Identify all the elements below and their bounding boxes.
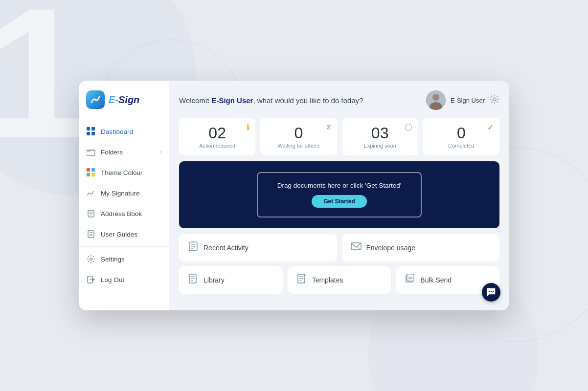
main-content: Welcome E-Sign User, what would you like… <box>169 81 509 310</box>
sidebar-item-address-book[interactable]: Address Book <box>79 203 169 224</box>
logo-icon <box>86 90 105 109</box>
sidebar-item-label-theme-colour: Theme Colour <box>101 169 143 176</box>
sidebar-item-folders[interactable]: Folders › <box>79 142 169 162</box>
sidebar-item-label-log-out: Log Out <box>101 276 124 283</box>
svg-point-9 <box>91 235 92 236</box>
header: Welcome E-Sign User, what would you like… <box>179 90 499 110</box>
svg-point-40 <box>491 291 492 292</box>
envelope-usage-label: Envelope usage <box>366 244 415 252</box>
bottom-row-2: Library Templates <box>179 266 499 294</box>
library-card[interactable]: Library <box>179 266 283 294</box>
bg-number: 1 <box>0 0 89 166</box>
header-settings-icon[interactable] <box>490 94 499 107</box>
stat-number-action-required: 02 <box>208 125 226 142</box>
envelope-usage-icon <box>351 241 362 255</box>
stat-label-expiring: Expiring soon <box>363 143 396 149</box>
stat-card-action-required[interactable]: ℹ 02 Action required <box>179 118 255 155</box>
welcome-text: Welcome E-Sign User, what would you like… <box>179 96 363 105</box>
sidebar-item-log-out[interactable]: Log Out <box>79 269 169 290</box>
user-name-label: E-Sign User <box>451 97 485 104</box>
sidebar-item-user-guides[interactable]: User Guides <box>79 224 169 244</box>
stat-badge-action-required: ℹ <box>247 123 249 132</box>
nav-divider <box>79 246 169 247</box>
logo-text: E-Sign <box>109 94 139 106</box>
sidebar-item-label-user-guides: User Guides <box>101 231 137 238</box>
library-icon <box>188 273 199 287</box>
stat-card-completed[interactable]: ✓ 0 Completed <box>423 118 499 155</box>
stat-label-waiting: Waiting for others <box>277 143 319 149</box>
svg-point-15 <box>433 94 439 100</box>
stat-card-expiring[interactable]: ◯ 03 Expiring soon <box>342 118 418 155</box>
recent-activity-label: Recent Activity <box>204 244 249 252</box>
dashboard-icon <box>86 127 96 136</box>
sidebar-item-my-signature[interactable]: My Signature <box>79 183 169 203</box>
templates-card[interactable]: Templates <box>288 266 391 294</box>
sidebar-item-label-my-signature: My Signature <box>101 190 140 197</box>
bulk-send-label: Bulk Send <box>420 276 452 284</box>
svg-line-24 <box>358 247 360 249</box>
stat-number-completed: 0 <box>457 125 466 142</box>
templates-icon <box>296 273 307 287</box>
settings-icon <box>86 254 96 264</box>
stat-label-completed: Completed <box>448 143 474 149</box>
stat-badge-waiting: ⧖ <box>326 123 331 131</box>
avatar <box>426 90 446 110</box>
welcome-user: E-Sign User <box>211 96 253 105</box>
svg-point-10 <box>90 258 92 261</box>
recent-activity-icon <box>188 241 199 255</box>
user-guides-icon <box>86 229 96 239</box>
address-book-icon <box>86 209 96 218</box>
stat-number-expiring: 03 <box>371 125 389 142</box>
svg-point-16 <box>430 102 442 110</box>
stat-number-waiting: 0 <box>294 125 303 142</box>
folders-chevron-icon: › <box>160 149 162 155</box>
sidebar-logo: E-Sign <box>79 90 169 121</box>
bulk-send-icon <box>405 273 415 287</box>
upload-text: Drag documents here or click 'Get Starte… <box>277 182 402 189</box>
welcome-suffix: , what would you like to do today? <box>253 96 363 105</box>
user-info: E-Sign User <box>426 90 499 110</box>
bottom-section: Recent Activity Envelope usage <box>179 234 499 294</box>
welcome-prefix: Welcome <box>179 96 211 105</box>
sidebar-item-label-address-book: Address Book <box>101 210 142 217</box>
svg-point-41 <box>493 291 494 292</box>
stats-row: ℹ 02 Action required ⧖ 0 Waiting for oth… <box>179 118 499 155</box>
sidebar: E-Sign Dashboard <box>79 81 169 310</box>
log-out-icon <box>86 275 96 284</box>
sidebar-item-theme-colour[interactable]: Theme Colour <box>79 162 169 183</box>
envelope-usage-card[interactable]: Envelope usage <box>342 234 500 261</box>
stat-badge-completed: ✓ <box>487 123 494 132</box>
stat-badge-expiring: ◯ <box>405 123 412 130</box>
templates-label: Templates <box>312 276 343 284</box>
upload-inner: Drag documents here or click 'Get Starte… <box>257 172 422 217</box>
bottom-row-1: Recent Activity Envelope usage <box>179 234 499 261</box>
svg-point-39 <box>489 291 490 292</box>
library-label: Library <box>204 276 225 284</box>
upload-area: Drag documents here or click 'Get Starte… <box>179 161 499 228</box>
sidebar-item-settings[interactable]: Settings <box>79 249 169 269</box>
stat-label-action-required: Action required <box>199 143 235 149</box>
folders-icon <box>86 147 96 157</box>
theme-colour-icon <box>86 168 96 177</box>
my-signature-icon <box>86 188 96 198</box>
stat-card-waiting[interactable]: ⧖ 0 Waiting for others <box>260 118 337 155</box>
nav-items: Dashboard Folders › <box>79 121 169 305</box>
sidebar-item-dashboard[interactable]: Dashboard <box>79 121 169 142</box>
svg-line-23 <box>353 247 355 249</box>
svg-point-17 <box>493 98 496 101</box>
sidebar-item-label-folders: Folders <box>101 149 123 156</box>
recent-activity-card[interactable]: Recent Activity <box>179 234 337 261</box>
chat-button[interactable] <box>482 283 500 302</box>
sidebar-item-label-dashboard: Dashboard <box>101 128 133 135</box>
get-started-button[interactable]: Get Started <box>312 195 367 208</box>
app-window: E-Sign Dashboard <box>79 81 509 310</box>
sidebar-item-label-settings: Settings <box>101 256 125 263</box>
